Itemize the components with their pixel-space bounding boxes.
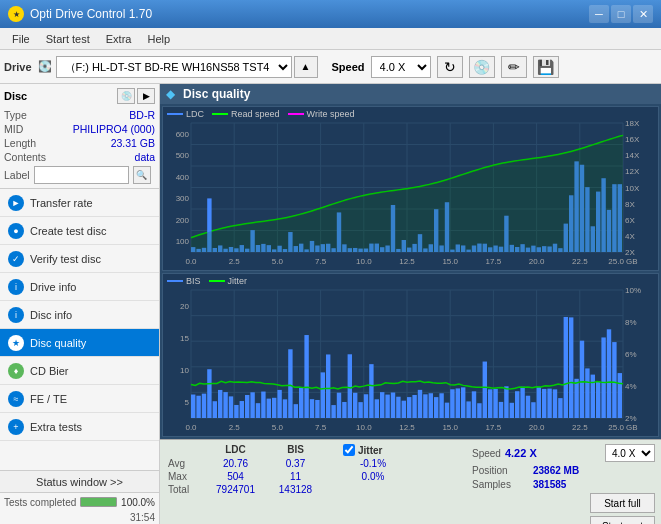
disc-info-label: Disc info: [30, 309, 72, 321]
samples-label: Samples: [472, 479, 527, 490]
status-text-row: Tests completed 100.0%: [0, 493, 159, 511]
jitter-legend-label: Jitter: [228, 276, 248, 286]
fe-te-icon: ≈: [8, 391, 24, 407]
transfer-rate-label: Transfer rate: [30, 197, 93, 209]
mid-value: PHILIPRO4 (000): [73, 123, 155, 135]
speed-current: 4.22 X: [505, 447, 537, 459]
ldc-legend-label: LDC: [186, 109, 204, 119]
stats-left: LDC BIS Jitter Avg 20.76 0.37 -0.1%: [160, 440, 466, 524]
nav-items: ► Transfer rate ● Create test disc ✓ Ver…: [0, 189, 159, 470]
mid-label: MID: [4, 123, 23, 135]
close-button[interactable]: ✕: [633, 5, 653, 23]
drive-label: Drive: [4, 61, 32, 73]
disc-icon-btn1[interactable]: 💿: [117, 88, 135, 104]
avg-row-label: Avg: [168, 458, 203, 469]
ldc-legend-color: [167, 113, 183, 115]
length-value: 23.31 GB: [111, 137, 155, 149]
menu-start-test[interactable]: Start test: [38, 31, 98, 47]
ldc-col-header: LDC: [203, 444, 268, 456]
fe-te-label: FE / TE: [30, 393, 67, 405]
save-button[interactable]: 💾: [533, 56, 559, 78]
avg-ldc: 20.76: [203, 458, 268, 469]
position-label: Position: [472, 465, 527, 476]
sidebar-item-create-test-disc[interactable]: ● Create test disc: [0, 217, 159, 245]
stats-panel: LDC BIS Jitter Avg 20.76 0.37 -0.1%: [160, 439, 661, 524]
disc-title: Disc: [4, 90, 27, 102]
sidebar-item-disc-info[interactable]: i Disc info: [0, 301, 159, 329]
create-test-icon: ●: [8, 223, 24, 239]
top-legend: LDC Read speed Write speed: [167, 109, 354, 119]
jitter-checkbox[interactable]: [343, 444, 355, 456]
max-ldc: 504: [203, 471, 268, 482]
chart-area: LDC Read speed Write speed: [160, 104, 661, 439]
write-icon-button[interactable]: ✏: [501, 56, 527, 78]
speed-select-stats[interactable]: 4.0 X: [605, 444, 655, 462]
sidebar-item-drive-info[interactable]: i Drive info: [0, 273, 159, 301]
refresh-button[interactable]: ↻: [437, 56, 463, 78]
menu-bar: File Start test Extra Help: [0, 28, 661, 50]
status-time: 31:54: [130, 512, 155, 523]
jitter-legend-color: [209, 280, 225, 282]
status-bar: Status window >> Tests completed 100.0% …: [0, 470, 159, 524]
content-area: ◆ Disc quality LDC Read speed: [160, 84, 661, 524]
sidebar: Disc 💿 ▶ Type BD-R MID PHILIPRO4 (000) L…: [0, 84, 160, 524]
sidebar-item-disc-quality[interactable]: ★ Disc quality: [0, 329, 159, 357]
max-row-label: Max: [168, 471, 203, 482]
disc-quality-icon-header: ◆: [166, 87, 175, 101]
disc-icon-button[interactable]: 💿: [469, 56, 495, 78]
drive-select[interactable]: （F:) HL-DT-ST BD-RE WH16NS58 TST4: [56, 56, 292, 78]
bottom-legend: BIS Jitter: [167, 276, 247, 286]
total-row-label: Total: [168, 484, 203, 495]
extra-tests-label: Extra tests: [30, 421, 82, 433]
drive-info-label: Drive info: [30, 281, 76, 293]
disc-section: Disc 💿 ▶ Type BD-R MID PHILIPRO4 (000) L…: [0, 84, 159, 189]
content-title: Disc quality: [183, 87, 250, 101]
top-chart: LDC Read speed Write speed: [162, 106, 659, 271]
minimize-button[interactable]: ─: [589, 5, 609, 23]
drive-eject-button[interactable]: ▲: [294, 56, 318, 78]
maximize-button[interactable]: □: [611, 5, 631, 23]
disc-info-icon: i: [8, 307, 24, 323]
avg-bis: 0.37: [268, 458, 323, 469]
verify-test-label: Verify test disc: [30, 253, 101, 265]
total-ldc: 7924701: [203, 484, 268, 495]
avg-jitter: -0.1%: [343, 458, 403, 469]
start-full-button[interactable]: Start full: [590, 493, 655, 513]
type-value: BD-R: [129, 109, 155, 121]
disc-quality-icon: ★: [8, 335, 24, 351]
start-part-button[interactable]: Start part: [590, 516, 655, 524]
speed-select[interactable]: 4.0 X 2.0 X 6.0 X: [371, 56, 431, 78]
jitter-col-header: Jitter: [358, 445, 382, 456]
label-search-button[interactable]: 🔍: [133, 166, 151, 184]
sidebar-item-extra-tests[interactable]: + Extra tests: [0, 413, 159, 441]
max-bis: 11: [268, 471, 323, 482]
sidebar-item-transfer-rate[interactable]: ► Transfer rate: [0, 189, 159, 217]
sidebar-item-verify-test-disc[interactable]: ✓ Verify test disc: [0, 245, 159, 273]
samples-value: 381585: [533, 479, 566, 490]
verify-test-icon: ✓: [8, 251, 24, 267]
extra-tests-icon: +: [8, 419, 24, 435]
app-icon: ★: [8, 6, 24, 22]
speed-label: Speed: [332, 61, 365, 73]
cd-bier-icon: ♦: [8, 363, 24, 379]
total-bis: 143128: [268, 484, 323, 495]
stats-right: Speed 4.22 X 4.0 X Position 23862 MB Sam…: [466, 440, 661, 524]
bis-col-header: BIS: [268, 444, 323, 456]
length-label: Length: [4, 137, 36, 149]
disc-quality-label: Disc quality: [30, 337, 86, 349]
status-text: Tests completed: [4, 497, 76, 508]
position-value: 23862 MB: [533, 465, 579, 476]
menu-extra[interactable]: Extra: [98, 31, 140, 47]
status-window-button[interactable]: Status window >>: [0, 471, 159, 493]
main-layout: Disc 💿 ▶ Type BD-R MID PHILIPRO4 (000) L…: [0, 84, 661, 524]
label-input[interactable]: [34, 166, 129, 184]
menu-file[interactable]: File: [4, 31, 38, 47]
progress-bar-fill: [81, 498, 116, 506]
sidebar-item-cd-bier[interactable]: ♦ CD Bier: [0, 357, 159, 385]
menu-help[interactable]: Help: [139, 31, 178, 47]
sidebar-item-fe-te[interactable]: ≈ FE / TE: [0, 385, 159, 413]
disc-icon-btn2[interactable]: ▶: [137, 88, 155, 104]
label-label: Label: [4, 169, 30, 181]
read-speed-legend-label: Read speed: [231, 109, 280, 119]
progress-bar-container: [80, 497, 117, 507]
